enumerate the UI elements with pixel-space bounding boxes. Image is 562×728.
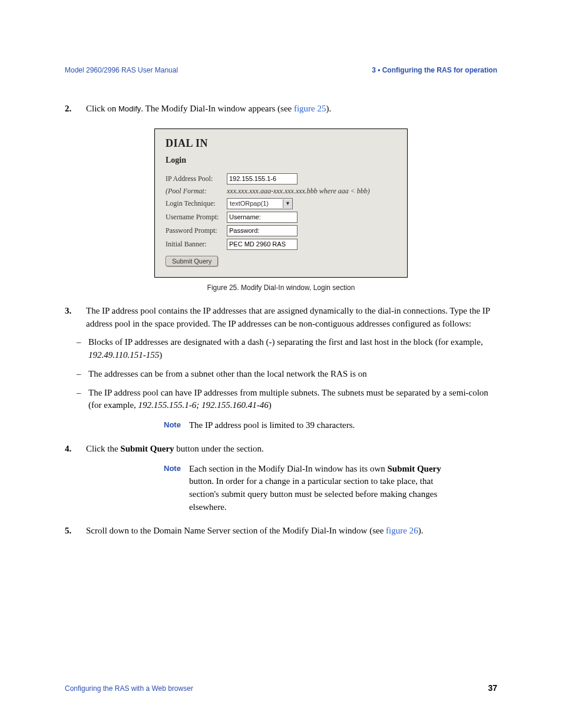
row-username-prompt: Username Prompt: [166, 212, 396, 223]
username-prompt-input[interactable] [227, 212, 297, 223]
list-item: – The addresses can be from a subnet oth… [77, 368, 497, 381]
text: Blocks of IP addresses are designated wi… [88, 336, 497, 362]
text: ). [418, 526, 424, 535]
row-pool-format: (Pool Format: xxx.xxx.xxx.aaa-xxx.xxx.xx… [166, 187, 396, 196]
text: button. In order for a change in a parti… [189, 476, 437, 512]
step-body: The IP address pool contains the IP addr… [86, 305, 497, 331]
step-number: 2. [65, 103, 77, 116]
initial-banner-label: Initial Banner: [166, 240, 227, 249]
login-technique-select[interactable]: textORpap(1) ▼ [227, 198, 293, 209]
password-prompt-input[interactable] [227, 225, 297, 236]
figure-25-caption: Figure 25. Modify Dial-In window, Login … [65, 284, 497, 292]
text: Scroll down to the Domain Name Server se… [86, 526, 386, 535]
ip-pool-label: IP Address Pool: [166, 174, 227, 183]
row-login-technique: Login Technique: textORpap(1) ▼ [166, 198, 396, 209]
page-number: 37 [488, 683, 497, 693]
note-label: Note [164, 419, 181, 432]
step-body: Scroll down to the Domain Name Server se… [86, 525, 497, 538]
step-3-sublist: – Blocks of IP addresses are designated … [77, 336, 497, 412]
header-right: 3 • Configuring the RAS for operation [372, 66, 497, 74]
page-header: Model 2960/2996 RAS User Manual 3 • Conf… [65, 66, 497, 74]
step-5: 5. Scroll down to the Domain Name Server… [65, 525, 497, 538]
step-2: 2. Click on Modify. The Modify Dial-In w… [65, 103, 497, 116]
pool-format-value: xxx.xxx.xxx.aaa-xxx.xxx.xxx.bbb where aa… [227, 187, 370, 196]
note-body: Each section in the Modify Dial-In windo… [189, 463, 448, 514]
ip-pool-input[interactable] [227, 173, 297, 185]
dialin-window: DIAL IN Login IP Address Pool: (Pool For… [154, 129, 408, 278]
example: 192.49.110.151-155 [88, 350, 159, 360]
note-label: Note [164, 463, 181, 514]
note-2: Note Each section in the Modify Dial-In … [164, 463, 497, 514]
header-left: Model 2960/2996 RAS User Manual [65, 66, 178, 74]
list-item: – The IP address pool can have IP addres… [77, 387, 497, 413]
submit-query-bold: Submit Query [120, 444, 174, 453]
dash-icon: – [77, 368, 84, 381]
pool-format-label: (Pool Format: [166, 187, 227, 196]
step-3: 3. The IP address pool contains the IP a… [65, 305, 497, 331]
step-4: 4. Click the Submit Query button under t… [65, 443, 497, 456]
modify-label: Modify [118, 104, 141, 113]
password-prompt-label: Password Prompt: [166, 226, 227, 235]
login-technique-value: textORpap(1) [227, 199, 283, 207]
footer-left: Configuring the RAS with a Web browser [65, 684, 193, 693]
example: 192.155.155.1-6; 192.155.160.41-46 [138, 400, 269, 410]
row-ip-pool: IP Address Pool: [166, 173, 396, 185]
text: ) [159, 350, 162, 360]
list-item: – Blocks of IP addresses are designated … [77, 336, 497, 362]
figure-25: DIAL IN Login IP Address Pool: (Pool For… [65, 129, 497, 278]
login-subtitle: Login [166, 156, 396, 165]
note-1: Note The IP address pool is limited to 3… [164, 419, 497, 432]
row-password-prompt: Password Prompt: [166, 225, 396, 236]
row-initial-banner: Initial Banner: [166, 239, 396, 250]
step-number: 3. [65, 305, 77, 331]
step-body: Click the Submit Query button under the … [86, 443, 497, 456]
chevron-down-icon: ▼ [283, 199, 292, 208]
text: Click the [86, 444, 120, 453]
figure-25-link[interactable]: figure 25 [294, 104, 326, 113]
text: Each section in the Modify Dial-In windo… [189, 464, 388, 473]
text: The IP address pool can have IP addresse… [88, 387, 497, 413]
dash-icon: – [77, 387, 84, 413]
text: . The Modify Dial-In window appears (see [141, 104, 294, 113]
step-body: Click on Modify. The Modify Dial-In wind… [86, 103, 497, 116]
login-technique-label: Login Technique: [166, 199, 227, 208]
text: ). [326, 104, 332, 113]
page: Model 2960/2996 RAS User Manual 3 • Conf… [0, 0, 562, 728]
initial-banner-input[interactable] [227, 239, 297, 250]
dialin-title: DIAL IN [166, 137, 396, 150]
username-prompt-label: Username Prompt: [166, 213, 227, 222]
step-number: 4. [65, 443, 77, 456]
step-number: 5. [65, 525, 77, 538]
text: button under the section. [174, 444, 264, 453]
text: ) [269, 400, 272, 410]
submit-query-bold: Submit Query [388, 464, 441, 473]
note-body: The IP address pool is limited to 39 cha… [189, 419, 355, 432]
text: The addresses can be from a subnet other… [88, 368, 367, 381]
figure-26-link[interactable]: figure 26 [386, 526, 418, 535]
submit-query-button[interactable]: Submit Query [166, 256, 218, 266]
text: Blocks of IP addresses are designated wi… [88, 337, 483, 347]
page-footer: Configuring the RAS with a Web browser 3… [65, 683, 497, 693]
text: Click on [86, 104, 118, 113]
dash-icon: – [77, 336, 84, 362]
